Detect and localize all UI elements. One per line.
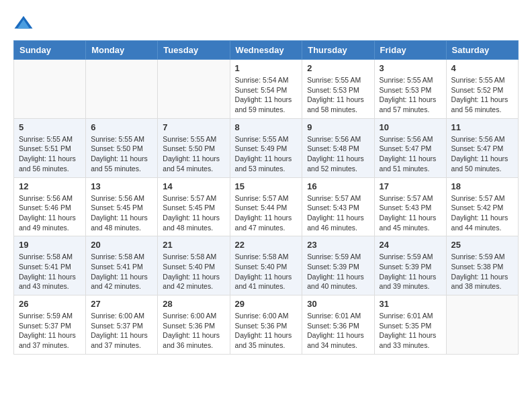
- calendar-cell: 13Sunrise: 5:56 AMSunset: 5:45 PMDayligh…: [86, 177, 158, 236]
- day-info: Sunrise: 5:55 AMSunset: 5:52 PMDaylight:…: [451, 75, 513, 115]
- day-number: 11: [451, 122, 513, 132]
- day-info: Sunrise: 5:59 AMSunset: 5:39 PMDaylight:…: [380, 252, 441, 291]
- calendar-cell: 29Sunrise: 6:00 AMSunset: 5:36 PMDayligh…: [230, 295, 302, 355]
- calendar-cell: 22Sunrise: 5:58 AMSunset: 5:40 PMDayligh…: [230, 236, 302, 295]
- day-info: Sunrise: 5:56 AMSunset: 5:47 PMDaylight:…: [451, 134, 513, 174]
- day-info: Sunrise: 5:59 AMSunset: 5:37 PMDaylight:…: [19, 311, 81, 351]
- calendar-cell: 30Sunrise: 6:01 AMSunset: 5:36 PMDayligh…: [302, 295, 374, 355]
- day-info: Sunrise: 6:01 AMSunset: 5:36 PMDaylight:…: [307, 311, 369, 351]
- calendar-cell: 4Sunrise: 5:55 AMSunset: 5:52 PMDaylight…: [446, 60, 518, 119]
- day-info: Sunrise: 5:56 AMSunset: 5:46 PMDaylight:…: [19, 193, 81, 233]
- day-number: 29: [235, 299, 298, 309]
- day-info: Sunrise: 5:55 AMSunset: 5:51 PMDaylight:…: [19, 134, 81, 174]
- calendar-week-2: 5Sunrise: 5:55 AMSunset: 5:51 PMDaylight…: [14, 118, 519, 177]
- day-info: Sunrise: 5:55 AMSunset: 5:53 PMDaylight:…: [307, 75, 369, 115]
- day-number: 24: [380, 240, 441, 250]
- day-info: Sunrise: 5:57 AMSunset: 5:45 PMDaylight:…: [163, 193, 224, 233]
- day-info: Sunrise: 5:59 AMSunset: 5:39 PMDaylight:…: [307, 252, 369, 291]
- day-number: 9: [307, 122, 369, 132]
- calendar-cell: 26Sunrise: 5:59 AMSunset: 5:37 PMDayligh…: [14, 295, 86, 355]
- calendar-cell: 5Sunrise: 5:55 AMSunset: 5:51 PMDaylight…: [14, 118, 86, 177]
- day-info: Sunrise: 5:55 AMSunset: 5:49 PMDaylight:…: [235, 134, 298, 174]
- logo-icon: [13, 13, 34, 34]
- day-info: Sunrise: 5:58 AMSunset: 5:40 PMDaylight:…: [235, 252, 298, 291]
- column-header-sunday: Sunday: [14, 41, 86, 60]
- day-number: 8: [235, 122, 298, 132]
- calendar-cell: 12Sunrise: 5:56 AMSunset: 5:46 PMDayligh…: [14, 177, 86, 236]
- day-info: Sunrise: 6:00 AMSunset: 5:36 PMDaylight:…: [163, 311, 224, 351]
- day-info: Sunrise: 5:59 AMSunset: 5:38 PMDaylight:…: [451, 252, 513, 291]
- calendar-cell: 2Sunrise: 5:55 AMSunset: 5:53 PMDaylight…: [302, 60, 374, 119]
- column-header-wednesday: Wednesday: [230, 41, 302, 60]
- day-number: 6: [91, 122, 152, 132]
- column-header-friday: Friday: [374, 41, 446, 60]
- calendar-cell: 18Sunrise: 5:57 AMSunset: 5:42 PMDayligh…: [446, 177, 518, 236]
- calendar-cell: 10Sunrise: 5:56 AMSunset: 5:47 PMDayligh…: [374, 118, 446, 177]
- day-info: Sunrise: 5:57 AMSunset: 5:43 PMDaylight:…: [380, 193, 441, 233]
- day-number: 27: [91, 299, 152, 309]
- day-number: 17: [380, 181, 441, 191]
- day-number: 2: [307, 63, 369, 73]
- calendar-cell: 1Sunrise: 5:54 AMSunset: 5:54 PMDaylight…: [230, 60, 302, 119]
- calendar: SundayMondayTuesdayWednesdayThursdayFrid…: [13, 40, 519, 355]
- day-number: 21: [163, 240, 224, 250]
- calendar-cell: [14, 60, 86, 119]
- calendar-cell: 7Sunrise: 5:55 AMSunset: 5:50 PMDaylight…: [158, 118, 230, 177]
- day-info: Sunrise: 5:55 AMSunset: 5:53 PMDaylight:…: [380, 75, 441, 115]
- calendar-cell: 19Sunrise: 5:58 AMSunset: 5:41 PMDayligh…: [14, 236, 86, 295]
- column-header-saturday: Saturday: [446, 41, 518, 60]
- page-header: [13, 13, 519, 34]
- day-info: Sunrise: 5:57 AMSunset: 5:43 PMDaylight:…: [307, 193, 369, 233]
- calendar-cell: 28Sunrise: 6:00 AMSunset: 5:36 PMDayligh…: [158, 295, 230, 355]
- day-number: 14: [163, 181, 224, 191]
- calendar-cell: 25Sunrise: 5:59 AMSunset: 5:38 PMDayligh…: [446, 236, 518, 295]
- day-number: 22: [235, 240, 298, 250]
- day-info: Sunrise: 5:56 AMSunset: 5:47 PMDaylight:…: [380, 134, 441, 174]
- day-info: Sunrise: 5:58 AMSunset: 5:41 PMDaylight:…: [19, 252, 81, 291]
- day-number: 26: [19, 299, 81, 309]
- day-info: Sunrise: 5:55 AMSunset: 5:50 PMDaylight:…: [163, 134, 224, 174]
- day-info: Sunrise: 5:57 AMSunset: 5:44 PMDaylight:…: [235, 193, 298, 233]
- day-number: 5: [19, 122, 81, 132]
- day-number: 20: [91, 240, 152, 250]
- day-number: 15: [235, 181, 298, 191]
- day-info: Sunrise: 5:57 AMSunset: 5:42 PMDaylight:…: [451, 193, 513, 233]
- calendar-header-row: SundayMondayTuesdayWednesdayThursdayFrid…: [14, 41, 519, 60]
- day-info: Sunrise: 5:58 AMSunset: 5:41 PMDaylight:…: [91, 252, 152, 291]
- day-number: 18: [451, 181, 513, 191]
- calendar-cell: 15Sunrise: 5:57 AMSunset: 5:44 PMDayligh…: [230, 177, 302, 236]
- day-number: 23: [307, 240, 369, 250]
- day-info: Sunrise: 6:00 AMSunset: 5:36 PMDaylight:…: [235, 311, 298, 351]
- calendar-cell: 27Sunrise: 6:00 AMSunset: 5:37 PMDayligh…: [86, 295, 158, 355]
- calendar-week-5: 26Sunrise: 5:59 AMSunset: 5:37 PMDayligh…: [14, 295, 519, 355]
- logo: [13, 13, 36, 34]
- day-number: 4: [451, 63, 513, 73]
- calendar-week-3: 12Sunrise: 5:56 AMSunset: 5:46 PMDayligh…: [14, 177, 519, 236]
- day-info: Sunrise: 6:00 AMSunset: 5:37 PMDaylight:…: [91, 311, 152, 351]
- day-number: 3: [380, 63, 441, 73]
- calendar-cell: 23Sunrise: 5:59 AMSunset: 5:39 PMDayligh…: [302, 236, 374, 295]
- calendar-cell: 6Sunrise: 5:55 AMSunset: 5:50 PMDaylight…: [86, 118, 158, 177]
- calendar-cell: 9Sunrise: 5:56 AMSunset: 5:48 PMDaylight…: [302, 118, 374, 177]
- day-number: 25: [451, 240, 513, 250]
- calendar-cell: 17Sunrise: 5:57 AMSunset: 5:43 PMDayligh…: [374, 177, 446, 236]
- calendar-cell: 24Sunrise: 5:59 AMSunset: 5:39 PMDayligh…: [374, 236, 446, 295]
- column-header-thursday: Thursday: [302, 41, 374, 60]
- calendar-week-1: 1Sunrise: 5:54 AMSunset: 5:54 PMDaylight…: [14, 60, 519, 119]
- calendar-cell: 31Sunrise: 6:01 AMSunset: 5:35 PMDayligh…: [374, 295, 446, 355]
- calendar-cell: [446, 295, 518, 355]
- calendar-cell: 16Sunrise: 5:57 AMSunset: 5:43 PMDayligh…: [302, 177, 374, 236]
- calendar-cell: 20Sunrise: 5:58 AMSunset: 5:41 PMDayligh…: [86, 236, 158, 295]
- day-info: Sunrise: 5:56 AMSunset: 5:48 PMDaylight:…: [307, 134, 369, 174]
- calendar-cell: [86, 60, 158, 119]
- calendar-cell: 14Sunrise: 5:57 AMSunset: 5:45 PMDayligh…: [158, 177, 230, 236]
- day-info: Sunrise: 6:01 AMSunset: 5:35 PMDaylight:…: [380, 311, 441, 351]
- day-number: 10: [380, 122, 441, 132]
- calendar-cell: 11Sunrise: 5:56 AMSunset: 5:47 PMDayligh…: [446, 118, 518, 177]
- calendar-cell: 8Sunrise: 5:55 AMSunset: 5:49 PMDaylight…: [230, 118, 302, 177]
- calendar-cell: 21Sunrise: 5:58 AMSunset: 5:40 PMDayligh…: [158, 236, 230, 295]
- calendar-cell: 3Sunrise: 5:55 AMSunset: 5:53 PMDaylight…: [374, 60, 446, 119]
- calendar-week-4: 19Sunrise: 5:58 AMSunset: 5:41 PMDayligh…: [14, 236, 519, 295]
- day-number: 28: [163, 299, 224, 309]
- day-number: 7: [163, 122, 224, 132]
